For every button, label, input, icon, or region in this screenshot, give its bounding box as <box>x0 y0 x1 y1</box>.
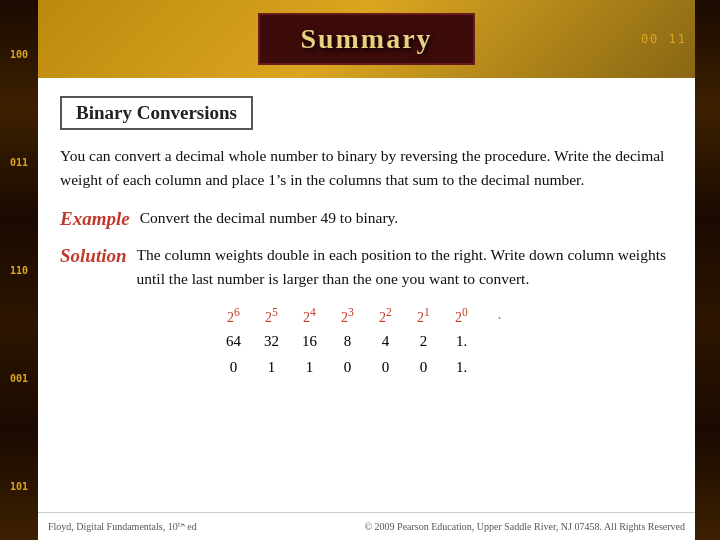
bin-1c: 1. <box>443 355 481 381</box>
solution-text: The column weights double in each positi… <box>137 243 673 291</box>
power-cell-5: 25 <box>253 303 291 329</box>
power-cell-dot: . <box>481 303 519 329</box>
power-cell-2: 22 <box>367 303 405 329</box>
bin-0b: 0 <box>329 355 367 381</box>
side-binary-2: 011 <box>10 157 28 168</box>
bin-0c: 0 <box>367 355 405 381</box>
side-binary-1: 100 <box>10 49 28 60</box>
bin-0d: 0 <box>405 355 443 381</box>
values-row: 64 32 16 8 4 2 1. <box>215 329 519 355</box>
page-title: Summary <box>300 23 432 54</box>
side-binary-5: 101 <box>10 481 28 492</box>
main-content-area: Binary Conversions You can convert a dec… <box>38 78 695 512</box>
bin-1a: 1 <box>253 355 291 381</box>
power-cell-4: 24 <box>291 303 329 329</box>
value-2: 2 <box>405 329 443 355</box>
footer-bar: Floyd, Digital Fundamentals, 10ᵗʰ ed © 2… <box>38 512 695 540</box>
value-16: 16 <box>291 329 329 355</box>
value-64: 64 <box>215 329 253 355</box>
left-side-strip: 100 011 110 001 101 <box>0 0 38 540</box>
value-8: 8 <box>329 329 367 355</box>
bin-blank <box>481 355 519 381</box>
value-1: 1. <box>443 329 481 355</box>
power-cell-6: 26 <box>215 303 253 329</box>
side-binary-4: 001 <box>10 373 28 384</box>
bin-1b: 1 <box>291 355 329 381</box>
footer-left-text: Floyd, Digital Fundamentals, 10ᵗʰ ed <box>48 521 197 532</box>
bin-0a: 0 <box>215 355 253 381</box>
footer-right-text: © 2009 Pearson Education, Upper Saddle R… <box>365 521 686 532</box>
power-cell-0: 20 <box>443 303 481 329</box>
value-blank <box>481 329 519 355</box>
right-side-strip <box>695 0 720 540</box>
body-paragraph: You can convert a decimal whole number t… <box>60 144 673 192</box>
section-heading: Binary Conversions <box>60 96 253 130</box>
example-label: Example <box>60 206 130 233</box>
title-bar: Summary <box>38 0 695 78</box>
title-box: Summary <box>258 13 474 65</box>
solution-line: Solution The column weights double in ea… <box>60 243 673 291</box>
example-text: Convert the decimal number 49 to binary. <box>140 206 673 230</box>
powers-table: 26 25 24 23 22 21 20 . 64 32 16 8 4 2 1.… <box>215 303 519 380</box>
value-32: 32 <box>253 329 291 355</box>
solution-label: Solution <box>60 243 127 270</box>
binary-result-row: 0 1 1 0 0 0 1. <box>215 355 519 381</box>
side-binary-3: 110 <box>10 265 28 276</box>
value-4: 4 <box>367 329 405 355</box>
power-cell-1: 21 <box>405 303 443 329</box>
powers-row: 26 25 24 23 22 21 20 . <box>215 303 519 329</box>
power-cell-3: 23 <box>329 303 367 329</box>
example-line: Example Convert the decimal number 49 to… <box>60 206 673 233</box>
